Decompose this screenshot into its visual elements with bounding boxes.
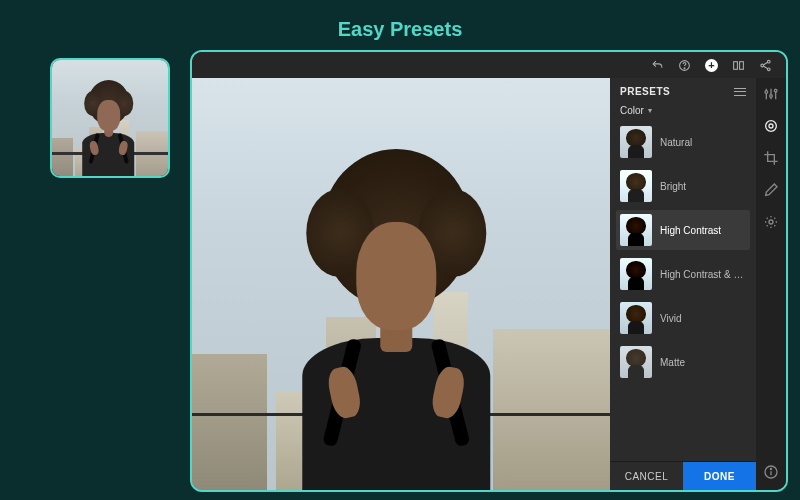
page-title: Easy Presets (0, 0, 800, 51)
chevron-down-icon: ▾ (648, 106, 652, 115)
panel-title: PRESETS (620, 86, 670, 97)
presets-panel: PRESETS Color ▾ NaturalBrightHigh Contra… (610, 78, 756, 490)
help-icon[interactable] (678, 59, 691, 72)
svg-point-12 (774, 89, 777, 92)
tool-rail (756, 78, 786, 490)
edit-sliders-icon[interactable] (763, 86, 779, 102)
preset-list: NaturalBrightHigh ContrastHigh Contrast … (610, 122, 756, 461)
preset-item[interactable]: Vivid (616, 298, 750, 338)
preset-label: Matte (660, 357, 685, 368)
svg-point-10 (765, 91, 768, 94)
share-icon[interactable] (759, 59, 772, 72)
top-toolbar: + (192, 52, 786, 78)
preset-thumb (620, 126, 652, 158)
preset-label: Natural (660, 137, 692, 148)
preset-item[interactable]: Bright (616, 166, 750, 206)
brush-icon[interactable] (763, 182, 779, 198)
presets-tool-icon[interactable] (763, 118, 779, 134)
category-label: Color (620, 105, 644, 116)
svg-rect-2 (734, 61, 738, 69)
preset-thumb (620, 170, 652, 202)
preset-label: High Contrast & Detail (660, 269, 746, 280)
before-thumbnail (50, 58, 170, 178)
preset-item[interactable]: Matte (616, 342, 750, 382)
svg-point-14 (769, 124, 773, 128)
crop-icon[interactable] (763, 150, 779, 166)
preset-thumb (620, 258, 652, 290)
svg-point-11 (770, 95, 773, 98)
panel-menu-icon[interactable] (734, 88, 746, 96)
radial-icon[interactable] (763, 214, 779, 230)
preset-item[interactable]: High Contrast (616, 210, 750, 250)
preset-category-dropdown[interactable]: Color ▾ (610, 103, 756, 122)
svg-rect-3 (740, 61, 744, 69)
add-icon[interactable]: + (705, 59, 718, 72)
compare-icon[interactable] (732, 59, 745, 72)
preset-thumb (620, 346, 652, 378)
preset-item[interactable]: High Contrast & Detail (616, 254, 750, 294)
undo-icon[interactable] (651, 59, 664, 72)
preset-label: Vivid (660, 313, 682, 324)
svg-point-18 (770, 468, 771, 469)
info-icon[interactable] (763, 464, 779, 480)
done-button[interactable]: DONE (683, 462, 756, 490)
image-canvas[interactable] (192, 78, 610, 490)
svg-point-15 (769, 220, 773, 224)
svg-point-1 (684, 67, 685, 68)
preset-thumb (620, 214, 652, 246)
cancel-button[interactable]: CANCEL (610, 462, 683, 490)
preset-item[interactable]: Natural (616, 122, 750, 162)
app-window: + PRESETS (190, 50, 788, 492)
preset-thumb (620, 302, 652, 334)
svg-point-13 (766, 121, 777, 132)
preset-label: Bright (660, 181, 686, 192)
preset-label: High Contrast (660, 225, 721, 236)
